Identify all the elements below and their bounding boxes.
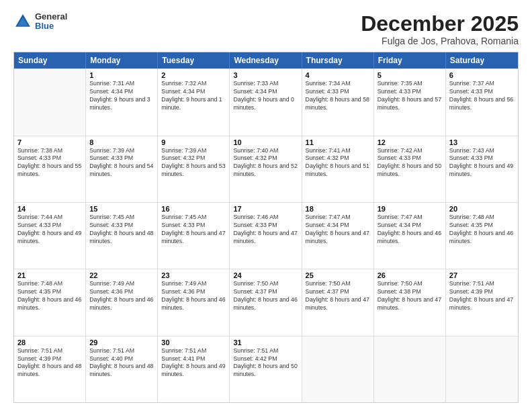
day-number: 1	[89, 71, 154, 79]
day-number: 31	[233, 338, 298, 347]
logo-blue: Blue	[35, 21, 67, 31]
calendar-day-26: 26Sunrise: 7:50 AMSunset: 4:38 PMDayligh…	[374, 269, 446, 335]
day-info: Sunrise: 7:45 AMSunset: 4:33 PMDaylight:…	[161, 214, 225, 244]
calendar-day-25: 25Sunrise: 7:50 AMSunset: 4:37 PMDayligh…	[302, 269, 374, 335]
day-info: Sunrise: 7:49 AMSunset: 4:36 PMDaylight:…	[161, 280, 225, 311]
logo-icon	[13, 12, 32, 31]
calendar-day-18: 18Sunrise: 7:47 AMSunset: 4:34 PMDayligh…	[302, 203, 374, 269]
day-number: 18	[306, 205, 370, 213]
calendar-day-19: 19Sunrise: 7:47 AMSunset: 4:34 PMDayligh…	[374, 203, 446, 269]
header-day-tuesday: Tuesday	[158, 52, 230, 68]
day-info: Sunrise: 7:49 AMSunset: 4:36 PMDaylight:…	[89, 280, 153, 311]
day-number: 15	[89, 205, 154, 213]
day-number: 17	[233, 205, 298, 213]
header-day-wednesday: Wednesday	[230, 52, 302, 68]
calendar-week-0: 1Sunrise: 7:31 AMSunset: 4:34 PMDaylight…	[14, 68, 518, 135]
header: General Blue December 2025 Fulga de Jos,…	[13, 12, 519, 46]
day-info: Sunrise: 7:40 AMSunset: 4:32 PMDaylight:…	[233, 147, 297, 178]
day-info: Sunrise: 7:37 AMSunset: 4:33 PMDaylight:…	[449, 80, 513, 111]
day-info: Sunrise: 7:31 AMSunset: 4:34 PMDaylight:…	[89, 80, 150, 111]
day-info: Sunrise: 7:48 AMSunset: 4:35 PMDaylight:…	[17, 280, 81, 311]
day-info: Sunrise: 7:45 AMSunset: 4:33 PMDaylight:…	[89, 214, 153, 244]
day-number: 14	[17, 205, 82, 213]
day-info: Sunrise: 7:50 AMSunset: 4:37 PMDaylight:…	[233, 280, 297, 311]
calendar-day-15: 15Sunrise: 7:45 AMSunset: 4:33 PMDayligh…	[86, 203, 158, 269]
header-day-monday: Monday	[86, 52, 158, 68]
calendar-day-11: 11Sunrise: 7:41 AMSunset: 4:32 PMDayligh…	[302, 136, 374, 202]
day-number: 3	[233, 71, 298, 79]
day-number: 12	[378, 138, 442, 146]
calendar-header: SundayMondayTuesdayWednesdayThursdayFrid…	[14, 52, 518, 68]
day-info: Sunrise: 7:51 AMSunset: 4:39 PMDaylight:…	[449, 280, 513, 311]
calendar-day-4: 4Sunrise: 7:34 AMSunset: 4:33 PMDaylight…	[302, 69, 374, 135]
header-day-friday: Friday	[374, 52, 446, 68]
calendar-day-30: 30Sunrise: 7:51 AMSunset: 4:41 PMDayligh…	[158, 336, 230, 402]
day-info: Sunrise: 7:44 AMSunset: 4:33 PMDaylight:…	[17, 214, 81, 244]
calendar-day-14: 14Sunrise: 7:44 AMSunset: 4:33 PMDayligh…	[14, 203, 86, 269]
calendar-body: 1Sunrise: 7:31 AMSunset: 4:34 PMDaylight…	[14, 68, 518, 402]
calendar-day-3: 3Sunrise: 7:33 AMSunset: 4:34 PMDaylight…	[230, 69, 302, 135]
calendar-day-8: 8Sunrise: 7:39 AMSunset: 4:33 PMDaylight…	[86, 136, 158, 202]
location: Fulga de Jos, Prahova, Romania	[361, 36, 519, 46]
calendar-day-20: 20Sunrise: 7:48 AMSunset: 4:35 PMDayligh…	[446, 203, 518, 269]
calendar-day-31: 31Sunrise: 7:51 AMSunset: 4:42 PMDayligh…	[230, 336, 302, 402]
calendar-week-4: 28Sunrise: 7:51 AMSunset: 4:39 PMDayligh…	[14, 336, 518, 402]
day-info: Sunrise: 7:33 AMSunset: 4:34 PMDaylight:…	[233, 80, 294, 111]
day-number: 5	[378, 71, 442, 79]
calendar-week-2: 14Sunrise: 7:44 AMSunset: 4:33 PMDayligh…	[14, 202, 518, 269]
logo-general: General	[35, 12, 67, 21]
calendar-day-29: 29Sunrise: 7:51 AMSunset: 4:40 PMDayligh…	[86, 336, 158, 402]
day-info: Sunrise: 7:43 AMSunset: 4:33 PMDaylight:…	[449, 147, 513, 178]
header-day-saturday: Saturday	[446, 52, 518, 68]
day-info: Sunrise: 7:50 AMSunset: 4:37 PMDaylight:…	[306, 280, 369, 311]
calendar-day-2: 2Sunrise: 7:32 AMSunset: 4:34 PMDaylight…	[158, 69, 230, 135]
calendar-day-22: 22Sunrise: 7:49 AMSunset: 4:36 PMDayligh…	[86, 269, 158, 335]
calendar-day-13: 13Sunrise: 7:43 AMSunset: 4:33 PMDayligh…	[446, 136, 518, 202]
calendar-day-9: 9Sunrise: 7:39 AMSunset: 4:32 PMDaylight…	[158, 136, 230, 202]
day-number: 29	[89, 338, 154, 347]
calendar-day-16: 16Sunrise: 7:45 AMSunset: 4:33 PMDayligh…	[158, 203, 230, 269]
day-info: Sunrise: 7:50 AMSunset: 4:38 PMDaylight:…	[378, 280, 441, 311]
day-info: Sunrise: 7:35 AMSunset: 4:33 PMDaylight:…	[378, 80, 441, 111]
day-info: Sunrise: 7:34 AMSunset: 4:33 PMDaylight:…	[306, 80, 369, 111]
day-info: Sunrise: 7:51 AMSunset: 4:42 PMDaylight:…	[233, 347, 297, 378]
calendar-empty	[302, 336, 374, 402]
calendar-day-7: 7Sunrise: 7:38 AMSunset: 4:33 PMDaylight…	[14, 136, 86, 202]
header-day-thursday: Thursday	[302, 52, 374, 68]
logo-text: General Blue	[35, 12, 67, 32]
calendar-week-3: 21Sunrise: 7:48 AMSunset: 4:35 PMDayligh…	[14, 269, 518, 335]
calendar-day-21: 21Sunrise: 7:48 AMSunset: 4:35 PMDayligh…	[14, 269, 86, 335]
day-info: Sunrise: 7:38 AMSunset: 4:33 PMDaylight:…	[17, 147, 81, 178]
calendar-day-5: 5Sunrise: 7:35 AMSunset: 4:33 PMDaylight…	[374, 69, 446, 135]
day-number: 13	[449, 138, 515, 146]
day-number: 11	[306, 138, 370, 146]
day-info: Sunrise: 7:46 AMSunset: 4:33 PMDaylight:…	[233, 214, 297, 244]
logo: General Blue	[13, 12, 67, 32]
day-info: Sunrise: 7:51 AMSunset: 4:40 PMDaylight:…	[89, 347, 153, 378]
day-number: 24	[233, 271, 298, 279]
day-info: Sunrise: 7:39 AMSunset: 4:33 PMDaylight:…	[89, 147, 153, 178]
day-info: Sunrise: 7:51 AMSunset: 4:39 PMDaylight:…	[17, 347, 81, 378]
calendar-day-12: 12Sunrise: 7:42 AMSunset: 4:33 PMDayligh…	[374, 136, 446, 202]
day-number: 28	[17, 338, 82, 347]
day-info: Sunrise: 7:32 AMSunset: 4:34 PMDaylight:…	[161, 80, 222, 111]
day-number: 4	[306, 71, 370, 79]
day-number: 22	[89, 271, 154, 279]
calendar-day-6: 6Sunrise: 7:37 AMSunset: 4:33 PMDaylight…	[446, 69, 518, 135]
calendar-empty	[14, 69, 86, 135]
day-number: 21	[17, 271, 82, 279]
header-day-sunday: Sunday	[14, 52, 86, 68]
day-number: 16	[161, 205, 226, 213]
month-year: December 2025	[361, 12, 519, 36]
calendar-empty	[374, 336, 446, 402]
title-block: December 2025 Fulga de Jos, Prahova, Rom…	[361, 12, 519, 46]
calendar-day-24: 24Sunrise: 7:50 AMSunset: 4:37 PMDayligh…	[230, 269, 302, 335]
day-number: 27	[449, 271, 515, 279]
day-number: 10	[233, 138, 298, 146]
day-number: 8	[89, 138, 154, 146]
day-number: 26	[378, 271, 442, 279]
day-number: 7	[17, 138, 82, 146]
day-number: 6	[449, 71, 515, 79]
calendar: SundayMondayTuesdayWednesdayThursdayFrid…	[13, 52, 519, 403]
calendar-day-17: 17Sunrise: 7:46 AMSunset: 4:33 PMDayligh…	[230, 203, 302, 269]
